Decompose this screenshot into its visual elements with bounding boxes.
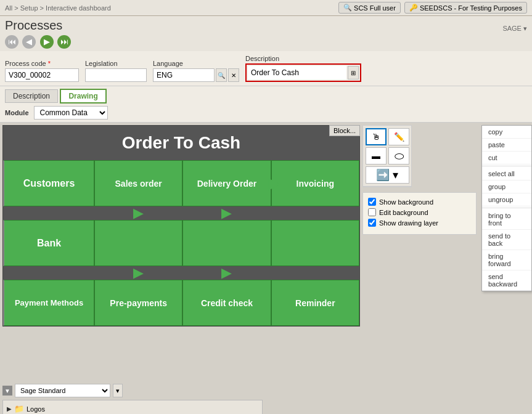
diagram-cell-creditcheck: Credit check bbox=[182, 280, 271, 326]
process-code-label: Process code * bbox=[5, 60, 79, 67]
draw-tool-icon[interactable]: ✏️ bbox=[388, 128, 409, 145]
bottom-canvas: ▶ 📁 Logos bbox=[2, 400, 263, 414]
diagram-cell-placeholder1 bbox=[94, 220, 182, 266]
show-background-row: Show background bbox=[368, 198, 471, 206]
diagram-arrows-row-2: ▶ ▶ bbox=[3, 266, 359, 280]
select-tool-icon[interactable]: 🖱 bbox=[366, 128, 387, 145]
diagram-cell-reminder: Reminder bbox=[271, 280, 359, 326]
nav-buttons: ⏮ ◀ ▶ ⏭ bbox=[0, 34, 532, 51]
ctx-divider-1 bbox=[482, 166, 531, 166]
description-input[interactable] bbox=[248, 66, 346, 79]
diagram-cell-placeholder2 bbox=[182, 220, 271, 266]
user-button[interactable]: 🔍 SCS Full user bbox=[338, 2, 401, 14]
diagram-cell-prepayments: Pre-payments bbox=[94, 280, 182, 326]
ctx-paste[interactable]: paste bbox=[482, 139, 531, 152]
legislation-label: Legislation bbox=[85, 60, 147, 67]
top-bar: All > Setup > Interactive dashboard 🔍 SC… bbox=[0, 0, 532, 16]
collapse-button[interactable]: ▼ bbox=[2, 386, 12, 396]
nav-prev-button[interactable]: ◀ bbox=[22, 35, 36, 49]
tabs-area: Description Drawing bbox=[0, 86, 532, 104]
nav-next-button[interactable]: ▶ bbox=[40, 35, 54, 49]
tree-expand-arrow: ▶ bbox=[7, 405, 12, 412]
ctx-sendbackward[interactable]: send backward bbox=[482, 270, 531, 291]
module-row: Module Common Data bbox=[0, 104, 532, 123]
block-button[interactable]: Block... bbox=[329, 125, 360, 136]
show-drawing-layer-label: Show drawing layer bbox=[379, 219, 438, 227]
context-menu: copy paste cut select all group ungroup … bbox=[481, 125, 532, 291]
diagram-row-1: Customers Sales order Delivery Order ▶ I… bbox=[3, 160, 359, 206]
ctx-bringforward[interactable]: bring forward bbox=[482, 250, 531, 270]
show-drawing-layer-row: Show drawing layer bbox=[368, 219, 471, 227]
oval-tool-icon[interactable]: ⬭ bbox=[388, 147, 409, 164]
language-search-button[interactable]: 🔍 bbox=[216, 68, 227, 82]
description-label: Description bbox=[245, 55, 361, 62]
breadcrumb: All > Setup > Interactive dashboard bbox=[5, 4, 111, 12]
folder-icon: 📁 bbox=[14, 404, 24, 413]
module-label: Module bbox=[5, 109, 29, 116]
bottom-left-header: ▼ Sage Standard ▾ bbox=[2, 384, 263, 397]
legislation-input[interactable] bbox=[85, 68, 147, 82]
ctx-copy[interactable]: copy bbox=[482, 126, 531, 139]
diagram-cell-deliveryorder: Delivery Order ▶ bbox=[182, 160, 271, 206]
arrow-tool-icon[interactable]: ➡️ ▾ bbox=[366, 166, 409, 184]
sage-label[interactable]: SAGE ▾ bbox=[502, 25, 527, 33]
language-input[interactable] bbox=[153, 68, 215, 82]
diagram-cell-placeholder3 bbox=[271, 220, 359, 266]
diagram: Order To Cash Customers Sales order Deli… bbox=[2, 125, 360, 327]
tree-item-label: Logos bbox=[27, 405, 45, 413]
drawing-area: Block... Order To Cash Customers Sales o… bbox=[0, 123, 362, 381]
nav-last-button[interactable]: ⏭ bbox=[57, 35, 71, 49]
language-field: Language 🔍 ✕ bbox=[153, 60, 239, 82]
tools-icons: 🖱 ✏️ ▬ ⬭ ➡️ ▾ bbox=[363, 126, 411, 187]
show-drawing-layer-checkbox[interactable] bbox=[368, 219, 376, 227]
testing-button[interactable]: 🔑 SEEDSCS - For Testing Purposes bbox=[404, 2, 527, 14]
process-code-field: Process code * bbox=[5, 60, 79, 82]
main-content: Block... Order To Cash Customers Sales o… bbox=[0, 123, 532, 381]
edit-background-checkbox[interactable] bbox=[368, 208, 376, 216]
ctx-sendtoback[interactable]: send to back bbox=[482, 230, 531, 250]
diagram-cell-invoicing: Invoicing bbox=[271, 160, 359, 206]
bottom-select[interactable]: Sage Standard bbox=[15, 384, 110, 397]
show-background-label: Show background bbox=[379, 198, 433, 206]
bottom-area: ▼ Sage Standard ▾ ▶ 📁 Logos File Page El… bbox=[0, 381, 532, 414]
user-icon: 🔍 bbox=[343, 4, 352, 12]
right-panel: 🖱 ✏️ ▬ ⬭ ➡️ ▾ Show background Edit backg… bbox=[362, 125, 479, 379]
form-area: Process code * Legislation Language 🔍 ✕ … bbox=[0, 51, 532, 86]
module-select[interactable]: Common Data bbox=[34, 106, 108, 120]
testing-icon: 🔑 bbox=[409, 4, 418, 12]
diagram-row-3: Payment Methods Pre-payments Credit chec… bbox=[3, 280, 359, 326]
ctx-selectall[interactable]: select all bbox=[482, 168, 531, 181]
ctx-group[interactable]: group bbox=[482, 181, 531, 193]
tools-panel: 🖱 ✏️ ▬ ⬭ ➡️ ▾ bbox=[362, 125, 412, 187]
legislation-field: Legislation bbox=[85, 60, 147, 82]
nav-first-button[interactable]: ⏮ bbox=[5, 35, 18, 49]
diagram-cell-salesorder: Sales order bbox=[94, 160, 182, 206]
bottom-right-panel: File Page Element Help ? 📄 open... ✏️ sa… bbox=[265, 381, 532, 414]
bottom-left-panel: ▼ Sage Standard ▾ ▶ 📁 Logos bbox=[0, 381, 265, 414]
title-bar: Processes SAGE ▾ bbox=[0, 16, 532, 34]
diagram-row-2: Bank bbox=[3, 220, 359, 266]
tab-drawing[interactable]: Drawing bbox=[60, 89, 106, 104]
bottom-dropdown-button[interactable]: ▾ bbox=[113, 384, 123, 397]
ctx-cut[interactable]: cut bbox=[482, 152, 531, 164]
ctx-bringtofront[interactable]: bring to front bbox=[482, 209, 531, 230]
description-action-button[interactable]: ⊞ bbox=[348, 66, 359, 79]
rect-tool-icon[interactable]: ▬ bbox=[366, 147, 387, 164]
diagram-arrows-row: ▶ ▶ bbox=[3, 206, 359, 220]
tab-description[interactable]: Description bbox=[5, 89, 58, 103]
language-label: Language bbox=[153, 60, 239, 67]
edit-background-label: Edit background bbox=[379, 209, 428, 216]
show-background-checkbox[interactable] bbox=[368, 198, 376, 206]
edit-background-row: Edit background bbox=[368, 208, 471, 216]
process-code-input[interactable] bbox=[5, 68, 79, 82]
diagram-cell-paymentmethods: Payment Methods bbox=[3, 280, 94, 326]
top-right-buttons: 🔍 SCS Full user 🔑 SEEDSCS - For Testing … bbox=[338, 2, 527, 14]
diagram-title: Order To Cash bbox=[3, 126, 359, 160]
diagram-cell-bank: Bank bbox=[3, 220, 94, 266]
ctx-ungroup[interactable]: ungroup bbox=[482, 193, 531, 206]
diagram-cell-customers: Customers bbox=[3, 160, 94, 206]
description-wrapper: ⊞ bbox=[245, 63, 361, 82]
tree-item-logos[interactable]: ▶ 📁 Logos bbox=[6, 403, 260, 414]
language-clear-button[interactable]: ✕ bbox=[228, 68, 239, 82]
description-field: Description ⊞ bbox=[245, 55, 361, 82]
